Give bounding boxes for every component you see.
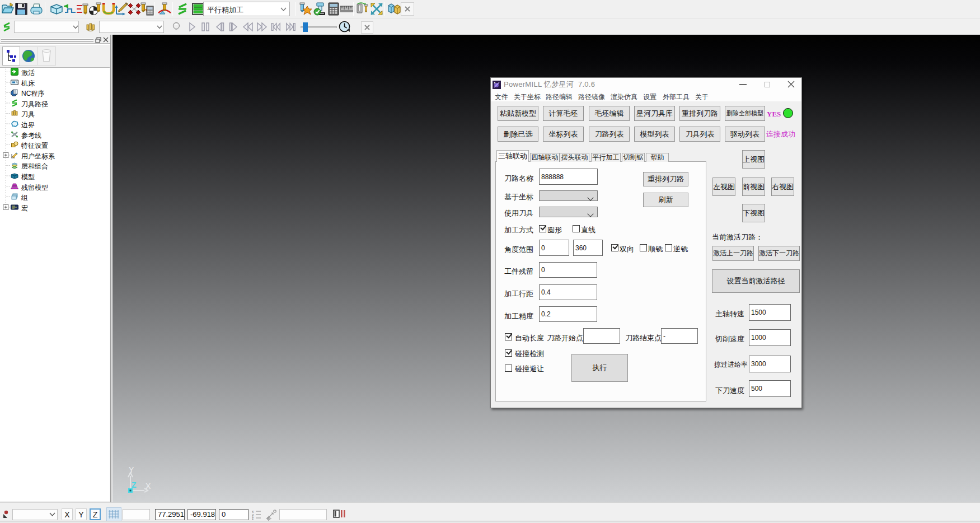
svg-text:z: z — [252, 516, 254, 520]
svg-text:X: X — [146, 482, 151, 491]
svg-text:Y: Y — [129, 465, 134, 474]
svg-text:Z: Z — [132, 480, 137, 489]
